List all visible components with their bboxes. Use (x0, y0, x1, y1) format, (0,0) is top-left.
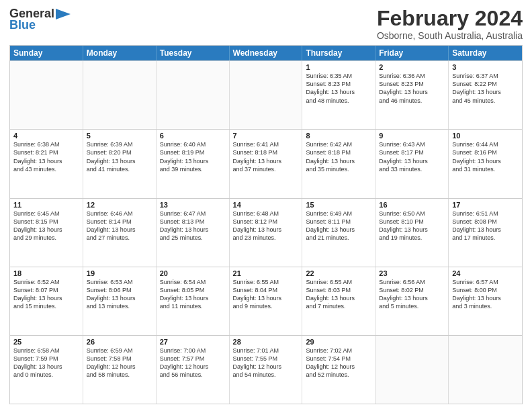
day-info: Sunrise: 6:53 AM Sunset: 8:06 PM Dayligh… (87, 278, 152, 311)
day-number: 14 (233, 201, 299, 209)
calendar-cell: 22Sunrise: 6:55 AM Sunset: 8:03 PM Dayli… (302, 267, 375, 335)
calendar-cell (449, 336, 522, 404)
calendar-cell: 17Sunrise: 6:51 AM Sunset: 8:08 PM Dayli… (449, 199, 522, 267)
day-info: Sunrise: 6:39 AM Sunset: 8:20 PM Dayligh… (87, 140, 152, 173)
calendar-cell: 18Sunrise: 6:52 AM Sunset: 8:07 PM Dayli… (10, 267, 83, 335)
calendar-cell: 2Sunrise: 6:36 AM Sunset: 8:23 PM Daylig… (375, 61, 449, 129)
calendar-row: 11Sunrise: 6:45 AM Sunset: 8:15 PM Dayli… (10, 198, 522, 267)
svg-marker-0 (56, 9, 71, 19)
day-info: Sunrise: 6:52 AM Sunset: 8:07 PM Dayligh… (13, 278, 79, 311)
day-number: 24 (452, 269, 519, 277)
day-number: 23 (379, 269, 445, 277)
calendar-cell: 25Sunrise: 6:58 AM Sunset: 7:59 PM Dayli… (10, 336, 83, 404)
calendar-body: 1Sunrise: 6:35 AM Sunset: 8:23 PM Daylig… (10, 60, 522, 404)
calendar-cell: 15Sunrise: 6:49 AM Sunset: 8:11 PM Dayli… (302, 199, 375, 267)
calendar-cell: 19Sunrise: 6:53 AM Sunset: 8:06 PM Dayli… (83, 267, 157, 335)
calendar-cell: 12Sunrise: 6:46 AM Sunset: 8:14 PM Dayli… (83, 199, 157, 267)
day-info: Sunrise: 7:02 AM Sunset: 7:54 PM Dayligh… (306, 347, 371, 379)
header: General Blue February 2024 Osborne, Sout… (9, 7, 523, 41)
calendar-cell: 28Sunrise: 7:01 AM Sunset: 7:55 PM Dayli… (230, 336, 303, 404)
day-info: Sunrise: 6:56 AM Sunset: 8:02 PM Dayligh… (379, 278, 445, 311)
calendar-row: 25Sunrise: 6:58 AM Sunset: 7:59 PM Dayli… (10, 335, 522, 404)
day-info: Sunrise: 7:00 AM Sunset: 7:57 PM Dayligh… (160, 347, 226, 379)
day-info: Sunrise: 6:35 AM Sunset: 8:23 PM Dayligh… (306, 72, 371, 105)
day-number: 21 (233, 269, 299, 277)
main-title: February 2024 (377, 7, 523, 30)
calendar-cell (83, 61, 157, 129)
title-area: February 2024 Osborne, South Australia, … (377, 7, 523, 41)
calendar-cell: 4Sunrise: 6:38 AM Sunset: 8:21 PM Daylig… (10, 130, 83, 197)
calendar-cell: 3Sunrise: 6:37 AM Sunset: 8:22 PM Daylig… (449, 61, 522, 129)
subtitle: Osborne, South Australia, Australia (377, 30, 523, 41)
calendar-cell: 8Sunrise: 6:42 AM Sunset: 8:18 PM Daylig… (302, 130, 375, 197)
logo-arrow-icon (56, 9, 71, 19)
day-number: 19 (87, 269, 152, 277)
day-info: Sunrise: 6:51 AM Sunset: 8:08 PM Dayligh… (452, 210, 519, 242)
calendar-cell (230, 61, 303, 129)
day-info: Sunrise: 6:43 AM Sunset: 8:17 PM Dayligh… (379, 140, 445, 173)
day-info: Sunrise: 6:40 AM Sunset: 8:19 PM Dayligh… (160, 140, 226, 173)
day-number: 20 (160, 269, 226, 277)
day-info: Sunrise: 6:55 AM Sunset: 8:03 PM Dayligh… (306, 278, 371, 311)
calendar-cell: 24Sunrise: 6:57 AM Sunset: 8:00 PM Dayli… (449, 267, 522, 335)
day-number: 29 (306, 338, 371, 346)
day-info: Sunrise: 6:45 AM Sunset: 8:15 PM Dayligh… (13, 210, 79, 242)
day-number: 25 (13, 338, 79, 346)
day-number: 7 (233, 132, 299, 140)
calendar-header-cell: Thursday (302, 46, 375, 60)
calendar-row: 18Sunrise: 6:52 AM Sunset: 8:07 PM Dayli… (10, 267, 522, 335)
day-number: 4 (13, 132, 79, 140)
day-number: 17 (452, 201, 519, 209)
day-info: Sunrise: 6:50 AM Sunset: 8:10 PM Dayligh… (379, 210, 445, 242)
calendar-cell: 10Sunrise: 6:44 AM Sunset: 8:16 PM Dayli… (449, 130, 522, 197)
day-info: Sunrise: 6:54 AM Sunset: 8:05 PM Dayligh… (160, 278, 226, 311)
day-info: Sunrise: 6:48 AM Sunset: 8:12 PM Dayligh… (233, 210, 299, 242)
day-number: 27 (160, 338, 226, 346)
day-number: 5 (87, 132, 152, 140)
calendar-cell: 26Sunrise: 6:59 AM Sunset: 7:58 PM Dayli… (83, 336, 157, 404)
calendar-cell: 20Sunrise: 6:54 AM Sunset: 8:05 PM Dayli… (157, 267, 230, 335)
day-number: 10 (452, 132, 519, 140)
day-number: 16 (379, 201, 445, 209)
calendar-cell: 9Sunrise: 6:43 AM Sunset: 8:17 PM Daylig… (375, 130, 449, 197)
day-info: Sunrise: 6:44 AM Sunset: 8:16 PM Dayligh… (452, 140, 519, 173)
day-info: Sunrise: 6:36 AM Sunset: 8:23 PM Dayligh… (379, 72, 445, 105)
day-number: 1 (306, 63, 371, 71)
calendar-header-cell: Saturday (449, 46, 522, 60)
day-number: 9 (379, 132, 445, 140)
calendar-row: 1Sunrise: 6:35 AM Sunset: 8:23 PM Daylig… (10, 60, 522, 129)
calendar-cell: 5Sunrise: 6:39 AM Sunset: 8:20 PM Daylig… (83, 130, 157, 197)
day-number: 15 (306, 201, 371, 209)
day-number: 6 (160, 132, 226, 140)
day-number: 2 (379, 63, 445, 71)
day-number: 3 (452, 63, 519, 71)
day-number: 28 (233, 338, 299, 346)
calendar-cell: 7Sunrise: 6:41 AM Sunset: 8:18 PM Daylig… (230, 130, 303, 197)
calendar-header: SundayMondayTuesdayWednesdayThursdayFrid… (10, 46, 522, 60)
calendar-header-cell: Friday (375, 46, 449, 60)
day-info: Sunrise: 6:38 AM Sunset: 8:21 PM Dayligh… (13, 140, 79, 173)
day-info: Sunrise: 7:01 AM Sunset: 7:55 PM Dayligh… (233, 347, 299, 379)
calendar-header-cell: Monday (83, 46, 157, 60)
day-info: Sunrise: 6:41 AM Sunset: 8:18 PM Dayligh… (233, 140, 299, 173)
calendar-cell: 16Sunrise: 6:50 AM Sunset: 8:10 PM Dayli… (375, 199, 449, 267)
day-number: 26 (87, 338, 152, 346)
calendar-cell (10, 61, 83, 129)
calendar-cell: 29Sunrise: 7:02 AM Sunset: 7:54 PM Dayli… (302, 336, 375, 404)
day-number: 18 (13, 269, 79, 277)
day-info: Sunrise: 6:59 AM Sunset: 7:58 PM Dayligh… (87, 347, 152, 379)
calendar-row: 4Sunrise: 6:38 AM Sunset: 8:21 PM Daylig… (10, 129, 522, 197)
day-info: Sunrise: 6:46 AM Sunset: 8:14 PM Dayligh… (87, 210, 152, 242)
calendar-cell: 27Sunrise: 7:00 AM Sunset: 7:57 PM Dayli… (157, 336, 230, 404)
calendar-header-cell: Sunday (10, 46, 83, 60)
day-info: Sunrise: 6:47 AM Sunset: 8:13 PM Dayligh… (160, 210, 226, 242)
day-number: 8 (306, 132, 371, 140)
calendar-cell (157, 61, 230, 129)
day-info: Sunrise: 6:55 AM Sunset: 8:04 PM Dayligh… (233, 278, 299, 311)
day-info: Sunrise: 6:57 AM Sunset: 8:00 PM Dayligh… (452, 278, 519, 311)
logo: General Blue (9, 7, 71, 32)
page: General Blue February 2024 Osborne, Sout… (0, 0, 532, 411)
day-number: 11 (13, 201, 79, 209)
calendar-cell: 23Sunrise: 6:56 AM Sunset: 8:02 PM Dayli… (375, 267, 449, 335)
calendar: SundayMondayTuesdayWednesdayThursdayFrid… (9, 45, 523, 404)
